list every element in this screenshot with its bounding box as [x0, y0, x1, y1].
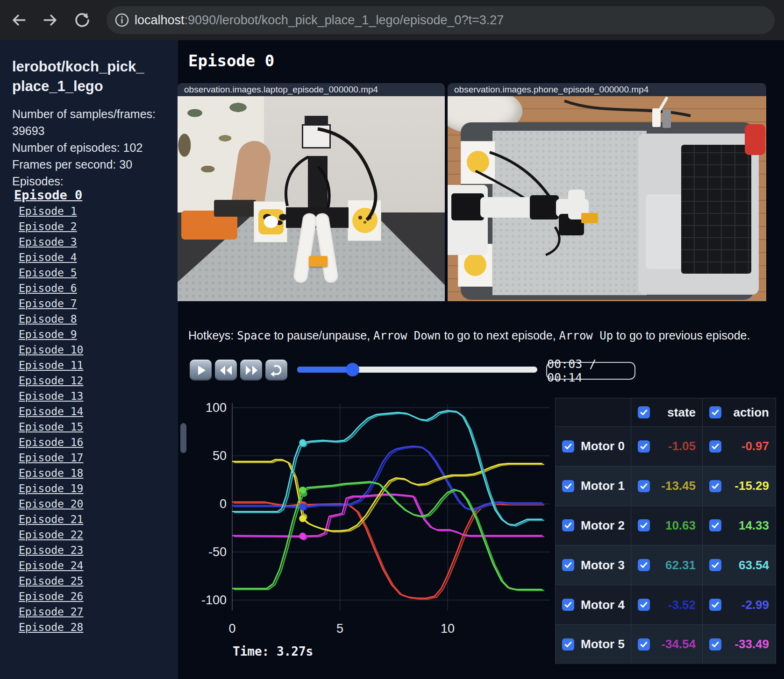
episode-link-19[interactable]: Episode 19 — [19, 482, 178, 498]
svg-text:10: 10 — [441, 622, 455, 636]
current-time-label: Time: 3.27s — [233, 644, 313, 658]
episode-link-8[interactable]: Episode 8 — [19, 313, 178, 328]
slider-thumb[interactable] — [346, 363, 359, 376]
episode-link-24[interactable]: Episode 24 — [19, 559, 178, 575]
header-action-label: action — [733, 405, 769, 420]
motor-1-state-checkbox[interactable] — [638, 480, 650, 492]
episode-link-21[interactable]: Episode 21 — [19, 513, 178, 529]
address-bar[interactable]: localhost:9090/lerobot/koch_pick_place_1… — [107, 6, 775, 34]
episode-link-25[interactable]: Episode 25 — [19, 575, 178, 590]
episode-link-3[interactable]: Episode 3 — [19, 236, 178, 251]
motor-0-state-cell: -1.05 — [631, 427, 702, 466]
episode-link-11[interactable]: Episode 11 — [19, 359, 178, 375]
episode-link-18[interactable]: Episode 18 — [19, 467, 178, 482]
svg-text:-50: -50 — [208, 545, 227, 559]
back-icon[interactable] — [9, 11, 28, 29]
video-seek-slider[interactable] — [297, 367, 537, 373]
episode-link-22[interactable]: Episode 22 — [19, 529, 178, 544]
episode-link-4[interactable]: Episode 4 — [19, 251, 178, 267]
motor-5-label: Motor 5 — [581, 637, 625, 651]
video-title-phone: observation.images.phone_episode_000000.… — [448, 83, 766, 96]
motor-0-checkbox[interactable] — [562, 440, 574, 453]
loop-button[interactable] — [265, 360, 287, 381]
episode-link-7[interactable]: Episode 7 — [19, 297, 178, 313]
motor-4-label: Motor 4 — [581, 598, 625, 612]
episode-link-9[interactable]: Episode 9 — [19, 328, 178, 344]
reload-icon[interactable] — [73, 11, 92, 29]
motor-chart[interactable]: -100-500501000510 — [178, 399, 552, 642]
motor-3-state-cell: 62.31 — [631, 545, 702, 585]
motor-2-label: Motor 2 — [581, 518, 625, 533]
motor-4-state-checkbox[interactable] — [638, 599, 650, 611]
site-info-icon[interactable] — [114, 12, 130, 28]
episode-link-14[interactable]: Episode 14 — [19, 405, 178, 421]
motor-1-state-value: -13.45 — [661, 479, 696, 493]
header-empty-cell — [556, 398, 631, 426]
episode-link-23[interactable]: Episode 23 — [19, 544, 178, 559]
svg-text:100: 100 — [206, 401, 227, 415]
motor-1-action-value: -15.29 — [734, 479, 769, 493]
motor-5-action-cell: -33.49 — [702, 625, 776, 664]
motor-0-state-checkbox[interactable] — [638, 440, 650, 453]
motor-5-state-checkbox[interactable] — [638, 638, 650, 651]
motor-1-checkbox[interactable] — [562, 480, 574, 492]
episode-link-12[interactable]: Episode 12 — [19, 375, 178, 390]
table-row-motor-1: Motor 1-13.45-15.29 — [556, 466, 776, 506]
motor-2-action-cell: 14.33 — [702, 506, 776, 545]
forward-icon[interactable] — [41, 11, 60, 29]
motor-0-label: Motor 0 — [581, 439, 625, 453]
episode-link-26[interactable]: Episode 26 — [19, 590, 178, 606]
slider-fill — [297, 367, 352, 373]
motor-0-action-value: -0.97 — [741, 439, 769, 453]
motor-0-cell: Motor 0 — [556, 427, 631, 466]
time-display: 00:03 / 00:14 — [546, 362, 635, 380]
motor-table: stateactionMotor 0-1.05-0.97Motor 1-13.4… — [555, 398, 776, 664]
episode-link-5[interactable]: Episode 5 — [19, 267, 178, 282]
svg-text:0: 0 — [228, 622, 235, 636]
header-state-checkbox[interactable] — [638, 406, 650, 418]
episode-link-15[interactable]: Episode 15 — [19, 421, 178, 436]
episode-link-2[interactable]: Episode 2 — [19, 220, 178, 236]
scrollbar-thumb[interactable] — [180, 423, 186, 453]
dataset-info-line-1: Number of episodes: 102 — [12, 139, 166, 156]
svg-text:-100: -100 — [201, 593, 227, 607]
episode-link-27[interactable]: Episode 27 — [19, 606, 178, 621]
motor-0-action-checkbox[interactable] — [709, 440, 721, 453]
motor-4-action-checkbox[interactable] — [709, 599, 721, 611]
robot-cables — [178, 96, 445, 301]
dataset-title: lerobot/koch_pick_place_1_lego — [12, 57, 152, 96]
episode-link-13[interactable]: Episode 13 — [19, 390, 178, 405]
motor-5-action-checkbox[interactable] — [709, 638, 721, 651]
episode-link-10[interactable]: Episode 10 — [19, 344, 178, 359]
robot-joint-2 — [530, 195, 559, 219]
motor-1-action-checkbox[interactable] — [709, 480, 721, 492]
motor-2-state-value: 10.63 — [665, 518, 696, 533]
motor-3-state-checkbox[interactable] — [638, 559, 650, 571]
hotkeys-help: Hotkeys: Space to pause/unpause, Arrow D… — [188, 329, 750, 342]
motor-2-state-checkbox[interactable] — [638, 519, 650, 531]
episode-link-0[interactable]: Episode 0 — [14, 188, 178, 205]
motor-5-state-value: -34.54 — [661, 637, 696, 651]
episode-link-16[interactable]: Episode 16 — [19, 436, 178, 452]
dataset-info-line-2: Frames per second: 30 — [12, 156, 166, 173]
video-phone — [448, 96, 766, 301]
motor-2-checkbox[interactable] — [562, 519, 574, 531]
motor-4-checkbox[interactable] — [562, 599, 574, 611]
motor-5-checkbox[interactable] — [562, 638, 574, 651]
play-button[interactable] — [190, 360, 212, 381]
episode-link-20[interactable]: Episode 20 — [19, 498, 178, 513]
episode-list: Episode 0Episode 1Episode 2Episode 3Epis… — [0, 188, 178, 637]
motor-3-action-cell: 63.54 — [702, 545, 776, 585]
header-action-checkbox[interactable] — [709, 406, 721, 418]
page-title: Episode 0 — [188, 51, 274, 70]
motor-3-checkbox[interactable] — [562, 559, 574, 571]
episode-link-6[interactable]: Episode 6 — [19, 282, 178, 297]
episode-link-17[interactable]: Episode 17 — [19, 452, 178, 467]
episode-link-1[interactable]: Episode 1 — [19, 205, 178, 220]
motor-2-action-checkbox[interactable] — [709, 519, 721, 531]
motor-3-action-checkbox[interactable] — [709, 559, 721, 571]
fast-forward-button[interactable] — [240, 360, 262, 381]
rewind-button[interactable] — [215, 360, 237, 381]
motor-4-state-value: -3.52 — [668, 598, 696, 612]
episode-link-28[interactable]: Episode 28 — [19, 621, 178, 637]
